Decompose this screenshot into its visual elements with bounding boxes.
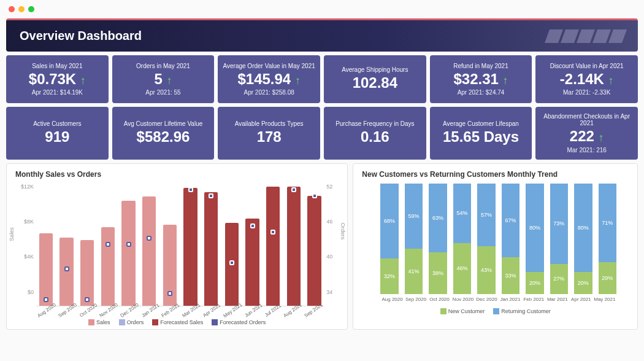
- up-arrow-icon: ↑: [167, 74, 172, 87]
- chart-customers: New Customers vs Returning Customers Mon…: [353, 163, 638, 330]
- legend-item: Orders: [119, 319, 144, 325]
- segment-new: 43%: [477, 246, 495, 293]
- stacked-bar: 57%43%: [477, 184, 495, 294]
- bar-group: [119, 184, 139, 306]
- kpi-card: Active Customers919: [6, 107, 109, 160]
- kpi-title: Average Shipping Hours: [328, 66, 423, 73]
- bar-group: [36, 184, 56, 306]
- chart-title: New Customers vs Returning Customers Mon…: [362, 170, 629, 179]
- kpi-value: 222 ↑: [539, 128, 634, 146]
- bar-forecast: [266, 187, 280, 305]
- kpi-value: 919: [10, 128, 105, 146]
- legend-item: Returning Customer: [493, 308, 551, 314]
- kpi-title: Discount Value in Apr 2021: [539, 63, 634, 69]
- kpi-sub: Apr 2021: $258.08: [221, 89, 316, 96]
- marker-forecast-orders: [209, 193, 213, 198]
- dashboard-header: Overview Dashboard: [6, 18, 638, 52]
- kpi-value: $582.96: [116, 128, 211, 146]
- kpi-sub: Mar 2021: -2.33K: [539, 89, 634, 96]
- segment-new: 29%: [599, 262, 616, 294]
- kpi-title: Active Customers: [10, 120, 105, 127]
- bar-group: [284, 184, 304, 306]
- kpi-title: Avg Customer Lifetime Value: [116, 120, 211, 127]
- segment-returning: 80%: [526, 184, 543, 272]
- up-arrow-icon: ↑: [599, 131, 604, 144]
- bar-group: [243, 184, 263, 306]
- bar-group: [181, 184, 201, 306]
- bar-group: [77, 184, 97, 306]
- segment-returning: 59%: [405, 184, 423, 249]
- bar-group: [57, 184, 77, 306]
- y-axis-label-2: Orders: [339, 223, 345, 240]
- segment-returning: 54%: [453, 184, 471, 243]
- segment-returning: 57%: [477, 184, 495, 247]
- close-dot[interactable]: [9, 6, 15, 12]
- kpi-value: $145.94 ↑: [221, 71, 316, 88]
- segment-new: 33%: [502, 257, 519, 293]
- legend-item: Sales: [88, 319, 110, 325]
- kpi-sub: Apr 2021: 55: [116, 89, 211, 96]
- stacked-bar: 73%27%: [550, 184, 568, 294]
- kpi-value: $0.73K ↑: [10, 71, 105, 88]
- bar-sales: [59, 238, 73, 306]
- bar-forecast: [183, 188, 197, 306]
- up-arrow-icon: ↑: [503, 74, 508, 87]
- marker-forecast-orders: [312, 193, 317, 198]
- marker-forecast-orders: [229, 260, 234, 265]
- marker-orders: [85, 297, 90, 302]
- stacked-bar: 63%38%: [429, 184, 447, 294]
- max-dot[interactable]: [28, 6, 34, 12]
- marker-forecast-orders: [250, 223, 255, 228]
- marker-orders: [147, 236, 151, 241]
- kpi-card: Sales in May 2021$0.73K ↑Apr 2021: $14.1…: [6, 55, 109, 103]
- bar-group: [263, 184, 283, 306]
- bar-forecast: [287, 187, 301, 305]
- up-arrow-icon: ↑: [80, 74, 86, 87]
- legend: New CustomerReturning Customer: [362, 308, 629, 314]
- bar-sales: [39, 233, 53, 306]
- page-title: Overview Dashboard: [20, 29, 142, 43]
- bar-forecast: [204, 192, 218, 306]
- chart-title: Monthly Sales vs Orders: [15, 170, 339, 179]
- kpi-value: -2.14K ↑: [539, 71, 634, 88]
- bar-sales: [101, 227, 115, 306]
- kpi-value: 102.84: [328, 74, 423, 92]
- x-axis: Aug 2020Sep 2020Oct 2020Nov 2020Dec 2020…: [362, 297, 629, 302]
- kpi-card: Orders in May 20215 ↑Apr 2021: 55: [112, 55, 215, 103]
- segment-new: 32%: [380, 258, 398, 294]
- stacked-bar: 59%41%: [405, 184, 423, 294]
- stacked-bar: 71%29%: [599, 184, 616, 294]
- kpi-card: Purchase Frequency in Days0.16: [324, 107, 426, 160]
- kpi-sub: Mar 2021: 216: [539, 147, 634, 153]
- segment-new: 41%: [405, 249, 423, 294]
- kpi-title: Average Order Value in May 2021: [221, 63, 316, 69]
- x-axis: Aug 2020Sep 2020Oct 2020Nov 2020Dec 2020…: [15, 308, 339, 313]
- kpi-title: Abandonment Checkouts in Apr 2021: [539, 113, 634, 126]
- segment-returning: 68%: [380, 184, 398, 258]
- up-arrow-icon: ↑: [608, 74, 614, 87]
- kpi-value: 5 ↑: [116, 71, 211, 88]
- bar-forecast: [245, 219, 259, 306]
- stacked-bar: 54%46%: [453, 184, 471, 294]
- bar-group: [98, 184, 118, 306]
- kpi-value: 178: [221, 128, 316, 146]
- legend-item: Forecasted Orders: [212, 319, 266, 325]
- legend-item: Forecasted Sales: [152, 319, 203, 325]
- y-axis: $12K$8K$4K$0: [15, 184, 36, 306]
- stacked-bar: 67%33%: [502, 184, 519, 294]
- marker-forecast-orders: [270, 230, 275, 235]
- kpi-row-1: Sales in May 2021$0.73K ↑Apr 2021: $14.1…: [6, 55, 638, 103]
- kpi-card: Abandonment Checkouts in Apr 2021222 ↑Ma…: [535, 107, 638, 160]
- bar-area: [36, 184, 324, 306]
- kpi-card: Available Products Types178: [218, 107, 320, 160]
- window-controls: [0, 0, 644, 18]
- bar-group: [222, 184, 242, 306]
- bar-sales: [142, 196, 156, 306]
- kpi-value: 15.65 Days: [434, 128, 529, 146]
- kpi-row-2: Active Customers919Avg Customer Lifetime…: [6, 107, 638, 160]
- kpi-title: Orders in May 2021: [116, 63, 211, 69]
- stacked-bar: 80%20%: [574, 184, 592, 294]
- min-dot[interactable]: [18, 6, 25, 12]
- segment-new: 38%: [429, 252, 447, 294]
- bar-group: [160, 184, 180, 306]
